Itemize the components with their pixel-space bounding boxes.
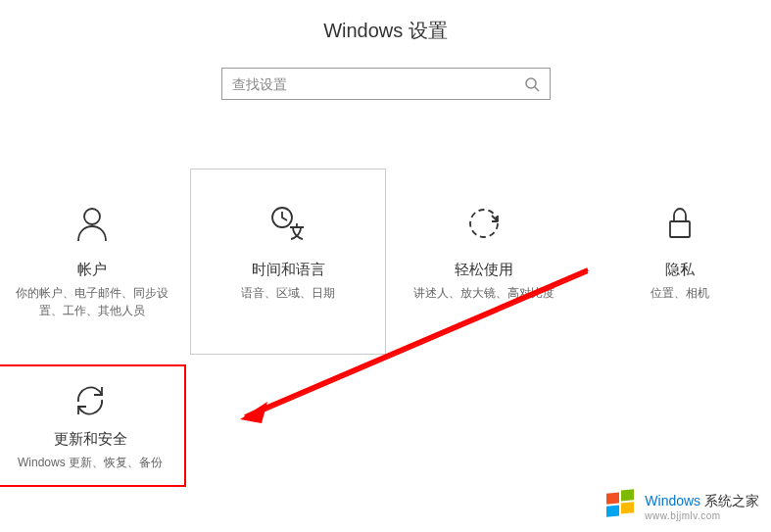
search-input[interactable] bbox=[232, 76, 524, 92]
watermark: Windows 系统之家 www.bjjmlv.com bbox=[603, 489, 759, 524]
svg-rect-5 bbox=[670, 221, 690, 237]
tile-desc: 语音、区域、日期 bbox=[241, 284, 335, 302]
tile-title: 隐私 bbox=[665, 261, 695, 279]
watermark-suffix: 系统之家 bbox=[700, 493, 759, 508]
sync-icon bbox=[71, 381, 110, 420]
tile-desc: 你的帐户、电子邮件、同步设置、工作、其他人员 bbox=[10, 284, 174, 319]
time-language-icon bbox=[268, 204, 308, 243]
ease-of-access-icon bbox=[464, 204, 504, 243]
watermark-brand-line: Windows 系统之家 bbox=[645, 493, 759, 510]
tile-update-security[interactable]: 更新和安全 Windows 更新、恢复、备份 bbox=[0, 364, 186, 487]
tile-title: 更新和安全 bbox=[54, 430, 127, 449]
svg-point-4 bbox=[470, 210, 498, 237]
tile-desc: Windows 更新、恢复、备份 bbox=[18, 454, 163, 471]
tile-title: 时间和语言 bbox=[252, 261, 325, 279]
watermark-url: www.bjjmlv.com bbox=[645, 510, 759, 521]
svg-rect-8 bbox=[621, 489, 634, 501]
tile-privacy[interactable]: 隐私 位置、相机 bbox=[582, 169, 771, 355]
svg-point-2 bbox=[84, 209, 100, 224]
svg-rect-10 bbox=[621, 502, 634, 513]
svg-rect-7 bbox=[606, 493, 619, 505]
settings-tiles-row-1: 帐户 你的帐户、电子邮件、同步设置、工作、其他人员 时间和语言 语音、区域、日期… bbox=[0, 169, 771, 355]
search-icon bbox=[524, 76, 540, 92]
tile-desc: 位置、相机 bbox=[651, 284, 709, 302]
tile-title: 帐户 bbox=[77, 261, 107, 279]
watermark-brand: Windows bbox=[645, 493, 700, 508]
windows-logo-icon bbox=[603, 489, 639, 524]
search-container bbox=[0, 68, 771, 100]
tile-desc: 讲述人、放大镜、高对比度 bbox=[413, 284, 554, 302]
tile-title: 轻松使用 bbox=[455, 261, 513, 279]
settings-tiles-row-2: 更新和安全 Windows 更新、恢复、备份 bbox=[0, 364, 771, 487]
tile-ease-of-access[interactable]: 轻松使用 讲述人、放大镜、高对比度 bbox=[386, 169, 582, 355]
svg-point-0 bbox=[526, 78, 536, 88]
lock-icon bbox=[660, 204, 699, 243]
svg-rect-9 bbox=[606, 506, 619, 517]
search-box[interactable] bbox=[221, 68, 551, 100]
watermark-text: Windows 系统之家 www.bjjmlv.com bbox=[645, 493, 759, 521]
tile-time-language[interactable]: 时间和语言 语音、区域、日期 bbox=[190, 169, 386, 355]
page-title: Windows 设置 bbox=[0, 0, 771, 68]
person-icon bbox=[72, 204, 112, 243]
tile-accounts[interactable]: 帐户 你的帐户、电子邮件、同步设置、工作、其他人员 bbox=[0, 169, 190, 355]
svg-line-1 bbox=[535, 87, 539, 91]
